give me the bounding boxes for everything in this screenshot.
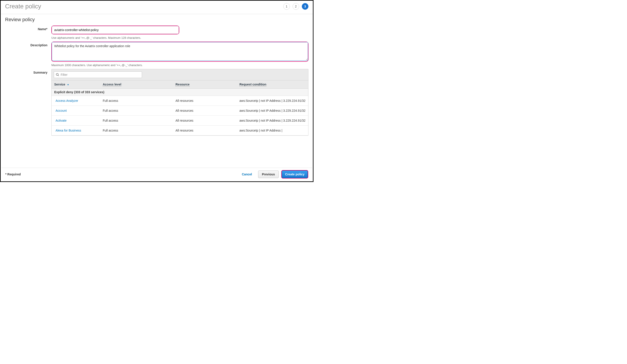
previous-button[interactable]: Previous (258, 171, 279, 178)
name-highlight (51, 26, 179, 34)
filter-box[interactable] (54, 71, 142, 78)
cancel-button[interactable]: Cancel (238, 171, 256, 178)
svg-line-1 (58, 75, 59, 76)
service-link[interactable]: Alexa for Business (55, 129, 81, 132)
name-row: Name* Use alphanumeric and '+=,.@-_' cha… (5, 26, 309, 40)
description-highlight (51, 42, 309, 62)
name-input[interactable] (52, 26, 179, 34)
service-link[interactable]: Access Analyzer (55, 99, 78, 102)
cell-condition: aws:SourceIp | not IP Address | (237, 126, 308, 136)
cell-access: Full access (100, 96, 173, 106)
name-hint: Use alphanumeric and '+=,.@-_' character… (51, 36, 309, 40)
content-area: Review policy Name* Use alphanumeric and… (1, 14, 313, 136)
description-label: Description (5, 42, 51, 47)
th-resource[interactable]: Resource (173, 80, 237, 89)
section-title: Review policy (5, 17, 309, 22)
name-label: Name* (5, 26, 51, 31)
step-3[interactable]: 3 (302, 3, 309, 10)
service-link[interactable]: Activate (55, 119, 67, 122)
search-icon (56, 73, 59, 77)
cell-resource: All resources (173, 106, 237, 116)
table-row: Account Full access All resources aws:So… (52, 106, 308, 116)
cell-access: Full access (100, 126, 173, 136)
table-scroll: Service ▼ Access level Resource Request … (52, 80, 308, 136)
summary-row: Summary Service ▼ (5, 69, 309, 136)
svg-point-0 (56, 73, 58, 75)
step-1[interactable]: 1 (283, 3, 290, 10)
create-highlight: Create policy (281, 170, 308, 179)
table-row: Access Analyzer Full access All resource… (52, 96, 308, 106)
summary-label: Summary (5, 69, 51, 74)
description-hint: Maximum 1000 characters. Use alphanumeri… (51, 63, 309, 67)
cell-condition: aws:SourceIp | not IP Address | 3.229.22… (237, 106, 308, 116)
step-indicator: 1 2 3 (283, 3, 309, 10)
group-row: Explicit deny (333 of 333 services) (52, 89, 308, 96)
summary-panel: Service ▼ Access level Resource Request … (51, 69, 309, 136)
cell-condition: aws:SourceIp | not IP Address | 3.229.22… (237, 116, 308, 126)
required-note: * Required (5, 173, 21, 176)
th-access[interactable]: Access level (100, 80, 173, 89)
page-header: Create policy 1 2 3 (1, 1, 313, 14)
filter-row (52, 69, 308, 80)
footer: * Required Cancel Previous Create policy (1, 168, 312, 181)
step-2[interactable]: 2 (293, 3, 299, 10)
cell-access: Full access (100, 116, 173, 126)
th-condition[interactable]: Request condition (237, 80, 308, 89)
service-link[interactable]: Account (55, 109, 67, 112)
description-input[interactable] (52, 42, 308, 61)
cell-resource: All resources (173, 126, 237, 136)
page-title: Create policy (5, 3, 41, 10)
cell-resource: All resources (173, 116, 237, 126)
th-service[interactable]: Service ▼ (52, 80, 100, 89)
group-label: Explicit deny (333 of 333 services) (52, 89, 308, 96)
create-policy-button[interactable]: Create policy (282, 171, 308, 178)
table-row: Alexa for Business Full access All resou… (52, 126, 308, 136)
cell-resource: All resources (173, 96, 237, 106)
sort-caret-icon: ▼ (67, 84, 69, 86)
table-row: Activate Full access All resources aws:S… (52, 116, 308, 126)
summary-table: Service ▼ Access level Resource Request … (52, 80, 308, 136)
filter-input[interactable] (61, 73, 140, 77)
footer-buttons: Cancel Previous Create policy (238, 170, 308, 179)
description-row: Description Maximum 1000 characters. Use… (5, 42, 309, 67)
cell-access: Full access (100, 106, 173, 116)
cell-condition: aws:SourceIp | not IP Address | 3.229.22… (237, 96, 308, 106)
